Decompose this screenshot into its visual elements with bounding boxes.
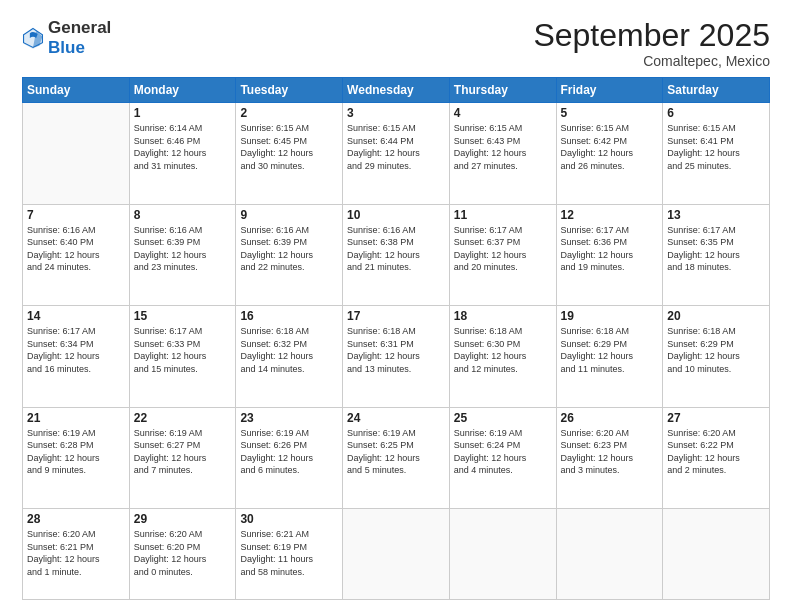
calendar-cell [23,103,130,204]
weekday-header-tuesday: Tuesday [236,78,343,103]
calendar-cell: 29Sunrise: 6:20 AM Sunset: 6:20 PM Dayli… [129,509,236,600]
day-number: 7 [27,208,125,222]
day-info: Sunrise: 6:15 AM Sunset: 6:45 PM Dayligh… [240,122,338,172]
calendar-cell: 11Sunrise: 6:17 AM Sunset: 6:37 PM Dayli… [449,204,556,305]
day-info: Sunrise: 6:20 AM Sunset: 6:20 PM Dayligh… [134,528,232,578]
day-number: 6 [667,106,765,120]
calendar-cell: 24Sunrise: 6:19 AM Sunset: 6:25 PM Dayli… [343,407,450,508]
calendar-cell: 22Sunrise: 6:19 AM Sunset: 6:27 PM Dayli… [129,407,236,508]
day-number: 29 [134,512,232,526]
calendar-cell: 14Sunrise: 6:17 AM Sunset: 6:34 PM Dayli… [23,306,130,407]
calendar-cell [556,509,663,600]
calendar-cell: 19Sunrise: 6:18 AM Sunset: 6:29 PM Dayli… [556,306,663,407]
day-number: 3 [347,106,445,120]
calendar-cell: 7Sunrise: 6:16 AM Sunset: 6:40 PM Daylig… [23,204,130,305]
calendar-cell: 20Sunrise: 6:18 AM Sunset: 6:29 PM Dayli… [663,306,770,407]
calendar-cell: 25Sunrise: 6:19 AM Sunset: 6:24 PM Dayli… [449,407,556,508]
calendar-cell: 2Sunrise: 6:15 AM Sunset: 6:45 PM Daylig… [236,103,343,204]
calendar-cell: 21Sunrise: 6:19 AM Sunset: 6:28 PM Dayli… [23,407,130,508]
calendar-cell: 16Sunrise: 6:18 AM Sunset: 6:32 PM Dayli… [236,306,343,407]
calendar-cell: 12Sunrise: 6:17 AM Sunset: 6:36 PM Dayli… [556,204,663,305]
day-number: 28 [27,512,125,526]
calendar-cell: 6Sunrise: 6:15 AM Sunset: 6:41 PM Daylig… [663,103,770,204]
day-number: 20 [667,309,765,323]
day-info: Sunrise: 6:17 AM Sunset: 6:36 PM Dayligh… [561,224,659,274]
day-info: Sunrise: 6:19 AM Sunset: 6:24 PM Dayligh… [454,427,552,477]
weekday-header-wednesday: Wednesday [343,78,450,103]
day-info: Sunrise: 6:17 AM Sunset: 6:37 PM Dayligh… [454,224,552,274]
calendar-cell: 3Sunrise: 6:15 AM Sunset: 6:44 PM Daylig… [343,103,450,204]
day-number: 24 [347,411,445,425]
day-info: Sunrise: 6:19 AM Sunset: 6:27 PM Dayligh… [134,427,232,477]
logo-blue: Blue [48,38,111,58]
page: General Blue September 2025 Comaltepec, … [0,0,792,612]
day-number: 30 [240,512,338,526]
day-number: 5 [561,106,659,120]
calendar-table: SundayMondayTuesdayWednesdayThursdayFrid… [22,77,770,600]
day-info: Sunrise: 6:19 AM Sunset: 6:26 PM Dayligh… [240,427,338,477]
calendar-cell: 27Sunrise: 6:20 AM Sunset: 6:22 PM Dayli… [663,407,770,508]
day-number: 8 [134,208,232,222]
calendar-cell: 26Sunrise: 6:20 AM Sunset: 6:23 PM Dayli… [556,407,663,508]
day-info: Sunrise: 6:17 AM Sunset: 6:33 PM Dayligh… [134,325,232,375]
day-number: 19 [561,309,659,323]
title-block: September 2025 Comaltepec, Mexico [533,18,770,69]
day-info: Sunrise: 6:20 AM Sunset: 6:22 PM Dayligh… [667,427,765,477]
day-info: Sunrise: 6:19 AM Sunset: 6:25 PM Dayligh… [347,427,445,477]
logo: General Blue [22,18,111,57]
weekday-header-monday: Monday [129,78,236,103]
day-number: 17 [347,309,445,323]
calendar-cell: 15Sunrise: 6:17 AM Sunset: 6:33 PM Dayli… [129,306,236,407]
day-number: 21 [27,411,125,425]
weekday-header-row: SundayMondayTuesdayWednesdayThursdayFrid… [23,78,770,103]
weekday-header-sunday: Sunday [23,78,130,103]
day-number: 1 [134,106,232,120]
day-number: 9 [240,208,338,222]
day-number: 13 [667,208,765,222]
calendar-cell: 8Sunrise: 6:16 AM Sunset: 6:39 PM Daylig… [129,204,236,305]
logo-general: General [48,18,111,38]
day-number: 23 [240,411,338,425]
day-number: 25 [454,411,552,425]
day-info: Sunrise: 6:16 AM Sunset: 6:39 PM Dayligh… [240,224,338,274]
day-info: Sunrise: 6:18 AM Sunset: 6:31 PM Dayligh… [347,325,445,375]
day-number: 2 [240,106,338,120]
day-number: 12 [561,208,659,222]
calendar-cell: 5Sunrise: 6:15 AM Sunset: 6:42 PM Daylig… [556,103,663,204]
day-number: 22 [134,411,232,425]
week-row-1: 7Sunrise: 6:16 AM Sunset: 6:40 PM Daylig… [23,204,770,305]
day-info: Sunrise: 6:15 AM Sunset: 6:41 PM Dayligh… [667,122,765,172]
calendar-cell [343,509,450,600]
day-info: Sunrise: 6:16 AM Sunset: 6:38 PM Dayligh… [347,224,445,274]
location-subtitle: Comaltepec, Mexico [533,53,770,69]
calendar-cell [663,509,770,600]
calendar-cell: 4Sunrise: 6:15 AM Sunset: 6:43 PM Daylig… [449,103,556,204]
day-number: 26 [561,411,659,425]
week-row-4: 28Sunrise: 6:20 AM Sunset: 6:21 PM Dayli… [23,509,770,600]
calendar-cell [449,509,556,600]
day-info: Sunrise: 6:18 AM Sunset: 6:32 PM Dayligh… [240,325,338,375]
week-row-2: 14Sunrise: 6:17 AM Sunset: 6:34 PM Dayli… [23,306,770,407]
day-info: Sunrise: 6:18 AM Sunset: 6:30 PM Dayligh… [454,325,552,375]
calendar-cell: 13Sunrise: 6:17 AM Sunset: 6:35 PM Dayli… [663,204,770,305]
calendar-cell: 9Sunrise: 6:16 AM Sunset: 6:39 PM Daylig… [236,204,343,305]
day-number: 18 [454,309,552,323]
calendar-cell: 18Sunrise: 6:18 AM Sunset: 6:30 PM Dayli… [449,306,556,407]
day-number: 4 [454,106,552,120]
day-info: Sunrise: 6:20 AM Sunset: 6:23 PM Dayligh… [561,427,659,477]
week-row-3: 21Sunrise: 6:19 AM Sunset: 6:28 PM Dayli… [23,407,770,508]
logo-icon [22,27,44,49]
calendar-cell: 30Sunrise: 6:21 AM Sunset: 6:19 PM Dayli… [236,509,343,600]
day-number: 10 [347,208,445,222]
calendar-cell: 1Sunrise: 6:14 AM Sunset: 6:46 PM Daylig… [129,103,236,204]
day-info: Sunrise: 6:15 AM Sunset: 6:44 PM Dayligh… [347,122,445,172]
day-number: 11 [454,208,552,222]
logo-text: General Blue [48,18,111,57]
day-info: Sunrise: 6:17 AM Sunset: 6:34 PM Dayligh… [27,325,125,375]
day-number: 27 [667,411,765,425]
header: General Blue September 2025 Comaltepec, … [22,18,770,69]
day-info: Sunrise: 6:21 AM Sunset: 6:19 PM Dayligh… [240,528,338,578]
calendar-cell: 23Sunrise: 6:19 AM Sunset: 6:26 PM Dayli… [236,407,343,508]
weekday-header-saturday: Saturday [663,78,770,103]
day-number: 14 [27,309,125,323]
